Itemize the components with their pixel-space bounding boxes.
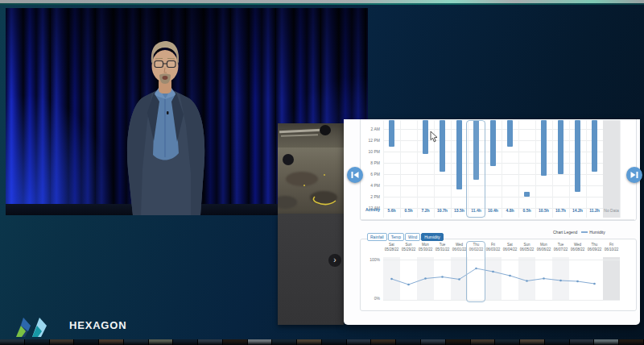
filmstrip-thumbnail[interactable] <box>446 339 470 345</box>
filmstrip-thumbnail[interactable] <box>25 339 49 345</box>
activity-row-label: Activity <box>356 207 380 212</box>
filmstrip-thumbnail[interactable] <box>347 339 371 345</box>
filmstrip-thumbnail[interactable] <box>495 339 519 345</box>
activity-day-column[interactable] <box>502 120 518 218</box>
filmstrip-thumbnail[interactable] <box>99 339 123 345</box>
y-axis-tick: 2 AM <box>361 127 380 131</box>
filmstrip-thumbnail[interactable] <box>124 339 148 345</box>
tab-rainfall[interactable]: Rainfall <box>367 233 387 241</box>
y-axis-tick: 8 PM <box>361 160 380 165</box>
site-camera-thumbnail[interactable] <box>278 123 344 214</box>
weather-activity-dashboard: 2 AM12 PM10 PM8 PM6 PM4 PM2 PM12 AM5.6h0… <box>344 119 640 325</box>
tab-humidity[interactable]: Humidity <box>421 233 443 241</box>
activity-day-column[interactable] <box>535 120 552 218</box>
filmstrip-thumbnail[interactable] <box>594 339 618 345</box>
weather-tabs: RainfallTempWindHumidity <box>367 227 444 242</box>
filmstrip-thumbnail[interactable] <box>520 339 544 345</box>
hexagon-logo-mark <box>13 316 58 339</box>
y-axis-tick: 6 PM <box>361 172 380 177</box>
activity-day-column[interactable] <box>552 120 569 218</box>
y-axis-tick: 4 PM <box>361 183 380 188</box>
hexagon-logo-text: HEXAGON <box>69 319 126 331</box>
column-separator <box>620 120 621 218</box>
filmstrip-thumbnail[interactable] <box>198 339 222 345</box>
filmstrip-thumbnail[interactable] <box>223 339 247 345</box>
filmstrip-thumbnail[interactable] <box>545 339 569 345</box>
activity-day-column[interactable] <box>485 120 502 218</box>
filmstrip-thumbnail[interactable] <box>421 339 445 345</box>
filmstrip-thumbnail[interactable] <box>619 339 643 345</box>
collapsed-side-panel <box>278 214 344 325</box>
skip-previous-button[interactable] <box>347 167 363 183</box>
skip-next-button[interactable] <box>626 167 642 183</box>
stream-stage: › 2 AM12 PM10 PM8 PM6 PM4 PM2 PM12 AM5.6… <box>0 0 644 345</box>
filmstrip-thumbnail[interactable] <box>173 339 197 345</box>
filmstrip-thumbnail[interactable] <box>396 339 420 345</box>
filmstrip-thumbnail[interactable] <box>322 339 346 345</box>
filmstrip-thumbnail[interactable] <box>50 339 74 345</box>
selected-day-outline <box>466 120 485 218</box>
humidity-line-series <box>383 256 620 303</box>
activity-day-column[interactable] <box>518 120 535 218</box>
selected-day-outline <box>466 241 485 302</box>
skip-previous-icon <box>350 170 360 180</box>
expand-panel-button[interactable]: › <box>328 254 341 267</box>
filmstrip-thumbnail[interactable] <box>74 339 98 345</box>
activity-day-column[interactable] <box>451 120 468 218</box>
skip-next-icon <box>630 170 639 180</box>
y-axis-tick: 10 PM <box>361 149 380 154</box>
filmstrip-thumbnail[interactable] <box>297 339 321 345</box>
timeline-filmstrip[interactable] <box>0 339 644 345</box>
filmstrip-thumbnail[interactable] <box>570 339 594 345</box>
activity-day-column[interactable] <box>383 120 400 218</box>
filmstrip-thumbnail[interactable] <box>149 339 173 345</box>
tab-temp[interactable]: Temp <box>388 233 404 241</box>
top-accent-line <box>0 3 644 5</box>
y-axis-0: 0% <box>364 296 380 301</box>
tab-wind[interactable]: Wind <box>405 233 420 241</box>
y-axis-100: 100% <box>364 257 380 262</box>
paint-markings <box>278 123 344 214</box>
mouse-cursor <box>430 131 438 143</box>
filmstrip-thumbnail[interactable] <box>371 339 395 345</box>
chart-legend: Chart LegendHumidity <box>553 230 605 235</box>
chevron-right-icon: › <box>333 256 336 264</box>
chart-legend-title: Chart Legend <box>553 230 577 235</box>
section-divider <box>361 219 634 220</box>
y-axis-tick: 2 PM <box>361 194 380 199</box>
filmstrip-thumbnail[interactable] <box>272 339 296 345</box>
filmstrip-thumbnail[interactable] <box>248 339 272 345</box>
activity-day-column[interactable] <box>569 120 586 218</box>
hexagon-logo: HEXAGON <box>13 316 174 339</box>
filmstrip-thumbnail[interactable] <box>471 339 495 345</box>
legend-series-label: Humidity <box>589 230 605 235</box>
activity-day-column[interactable] <box>400 120 417 218</box>
legend-line-swatch <box>581 231 588 233</box>
filmstrip-thumbnail[interactable] <box>0 339 24 345</box>
activity-day-column[interactable] <box>603 120 620 218</box>
activity-day-column[interactable] <box>586 120 603 218</box>
y-axis-tick: 12 PM <box>361 138 380 143</box>
